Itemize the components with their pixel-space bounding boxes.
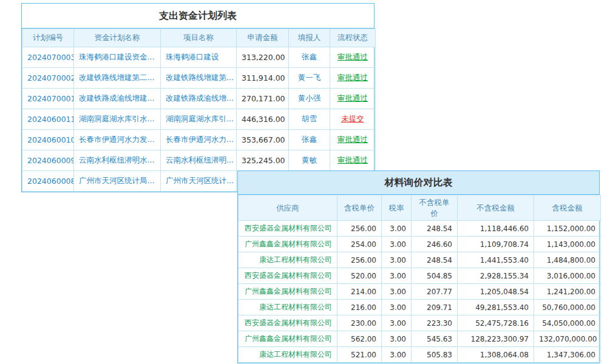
expenditure-table-row: 2024060010 长春市伊通河水力发... 长春市伊通河水力... 353,… [22,130,376,150]
material-table-row: 西安盛器金属材料有限公司 230.00 3.00 223.30 52,475,7… [239,315,601,331]
price-with-tax-cell: 216.00 [337,300,382,315]
amount-with-tax-cell: 1,347,306.00 [534,347,601,363]
tax-rate-cell: 3.00 [382,268,412,284]
column-header: 含税金额 [534,195,601,221]
supplier-link[interactable]: 西安盛器金属材料有限公司 [245,224,332,232]
column-header: 含税单价 [337,195,382,221]
column-header: 资金计划名称 [74,29,161,47]
amount-with-tax-cell: 54,050,000.00 [534,315,601,331]
amount-with-tax-cell: 1,152,000.00 [534,221,601,237]
amount-without-tax-cell: 1,118,446.60 [458,221,534,237]
supplier-link[interactable]: 广州鑫鑫金属材料有限公司 [245,334,332,343]
workflow-status-link[interactable]: 审批通过 [337,135,368,144]
workflow-status-link[interactable]: 审批通过 [337,93,368,103]
reporter-link[interactable]: 张鑫 [302,52,317,61]
expenditure-header-row: 计划编号资金计划名称项目名称申请金额填报人流程状态 [22,29,376,47]
project-name-link[interactable]: 改建铁路线增建第... [166,73,234,82]
material-table-row: 西安盛器金属材料有限公司 520.00 3.00 504.85 2,928,15… [239,268,601,284]
tax-rate-cell: 3.00 [382,221,412,237]
reporter-link[interactable]: 黄小强 [298,93,321,103]
column-header: 不含税单价 [412,195,458,221]
material-table-row: 广州鑫鑫金属材料有限公司 562.00 3.00 545.63 128,223,… [239,331,601,347]
expenditure-table-row: 2024070002 改建铁路线增建第二... 改建铁路线增建第... 311,… [22,68,376,89]
amount-with-tax-cell: 50,760,000.00 [534,300,601,315]
tax-rate-cell: 3.00 [382,300,412,315]
workflow-status-link[interactable]: 审批通过 [337,52,368,61]
tax-rate-cell: 3.00 [382,284,412,300]
tax-rate-cell: 3.00 [382,252,412,268]
price-with-tax-cell: 521.00 [337,347,382,363]
fund-plan-name-link[interactable]: 改建铁路成渝线增建... [79,93,154,103]
amount-without-tax-cell: 1,109,708.74 [458,237,534,252]
expenditure-table-row: 2024060009 云南水利枢纽潜明水... 云南水利枢纽潜明... 325,… [22,150,376,171]
amount-without-tax-cell: 128,223,300.97 [458,331,534,347]
request-amount-cell: 325,245.00 [237,150,289,171]
plan-id-link[interactable]: 2024070003 [27,53,74,62]
column-header: 流程状态 [330,29,376,47]
price-with-tax-cell: 214.00 [337,284,382,300]
amount-with-tax-cell: 1,143,000.00 [534,237,601,252]
amount-without-tax-cell: 1,205,048.54 [458,284,534,300]
price-with-tax-cell: 520.00 [337,268,382,284]
price-without-tax-cell: 504.85 [412,268,458,284]
price-without-tax-cell: 207.77 [412,284,458,300]
material-header-row: 供应商含税单价税率不含税单价不含税金额含税金额 [239,195,601,221]
amount-without-tax-cell: 2,928,155.34 [458,268,534,284]
price-without-tax-cell: 209.71 [412,300,458,315]
column-header: 税率 [382,195,412,221]
plan-id-link[interactable]: 2024070002 [27,73,74,83]
column-header: 计划编号 [22,29,74,47]
project-name-link[interactable]: 湖南洞庭湖水库引... [166,114,234,123]
fund-plan-name-link[interactable]: 长春市伊通河水力发... [79,135,154,144]
reporter-link[interactable]: 张鑫 [302,135,317,144]
amount-with-tax-cell: 1,241,200.00 [534,284,601,300]
fund-plan-name-link[interactable]: 改建铁路线增建第二... [79,73,154,82]
plan-id-link[interactable]: 2024070001 [27,94,74,103]
plan-id-link[interactable]: 2024060010 [27,135,74,144]
price-with-tax-cell: 256.00 [337,252,382,268]
project-name-link[interactable]: 云南水利枢纽潜明... [166,155,234,164]
supplier-link[interactable]: 西安盛器金属材料有限公司 [245,271,332,280]
material-panel-title: 材料询价对比表 [238,171,599,195]
price-with-tax-cell: 256.00 [337,221,382,237]
column-header: 填报人 [289,29,330,47]
material-table-row: 广州鑫鑫金属材料有限公司 214.00 3.00 207.77 1,205,04… [239,284,601,300]
supplier-link[interactable]: 广州鑫鑫金属材料有限公司 [245,287,332,295]
fund-plan-name-link[interactable]: 珠海鹤港口建设资金... [79,52,154,61]
project-name-link[interactable]: 改建铁路成渝线增... [166,93,234,103]
supplier-link[interactable]: 康达工程材料有限公司 [259,303,332,311]
material-table-row: 西安盛器金属材料有限公司 256.00 3.00 248.54 1,118,44… [239,221,601,237]
plan-id-link[interactable]: 2024060008 [27,177,74,186]
supplier-link[interactable]: 西安盛器金属材料有限公司 [245,318,332,327]
price-with-tax-cell: 254.00 [337,237,382,252]
amount-with-tax-cell: 132,070,000.00 [534,331,601,347]
amount-without-tax-cell: 52,475,728.16 [458,315,534,331]
workflow-status-link[interactable]: 未提交 [341,114,364,123]
price-with-tax-cell: 562.00 [337,331,382,347]
amount-without-tax-cell: 49,281,553.40 [458,300,534,315]
plan-id-link[interactable]: 2024060009 [27,156,74,165]
reporter-link[interactable]: 黄敏 [302,155,317,164]
supplier-link[interactable]: 广州鑫鑫金属材料有限公司 [245,240,332,248]
workflow-status-link[interactable]: 审批通过 [337,155,368,164]
fund-plan-name-link[interactable]: 云南水利枢纽潜明水... [79,155,154,164]
tax-rate-cell: 3.00 [382,237,412,252]
column-header: 不含税金额 [458,195,534,221]
workflow-status-link[interactable]: 审批通过 [337,73,368,82]
reporter-link[interactable]: 胡雪 [302,114,317,123]
expenditure-panel-title: 支出资金计划列表 [22,4,374,29]
project-name-link[interactable]: 珠海鹤港口建设 [166,52,219,61]
supplier-link[interactable]: 康达工程材料有限公司 [259,255,332,264]
material-table-row: 广州鑫鑫金属材料有限公司 254.00 3.00 246.60 1,109,70… [239,237,601,252]
supplier-link[interactable]: 康达工程材料有限公司 [259,350,332,359]
fund-plan-name-link[interactable]: 湖南洞庭湖水库引水... [79,114,154,123]
price-with-tax-cell: 230.00 [337,315,382,331]
project-name-link[interactable]: 长春市伊通河水力... [166,135,234,144]
project-name-link[interactable]: 广州市天河区统计... [166,176,234,185]
column-header: 申请金额 [237,29,289,47]
reporter-link[interactable]: 黄一飞 [298,73,321,82]
price-without-tax-cell: 248.54 [412,252,458,268]
price-without-tax-cell: 246.60 [412,237,458,252]
plan-id-link[interactable]: 2024060011 [27,115,74,124]
fund-plan-name-link[interactable]: 广州市天河区统计局... [79,176,154,185]
